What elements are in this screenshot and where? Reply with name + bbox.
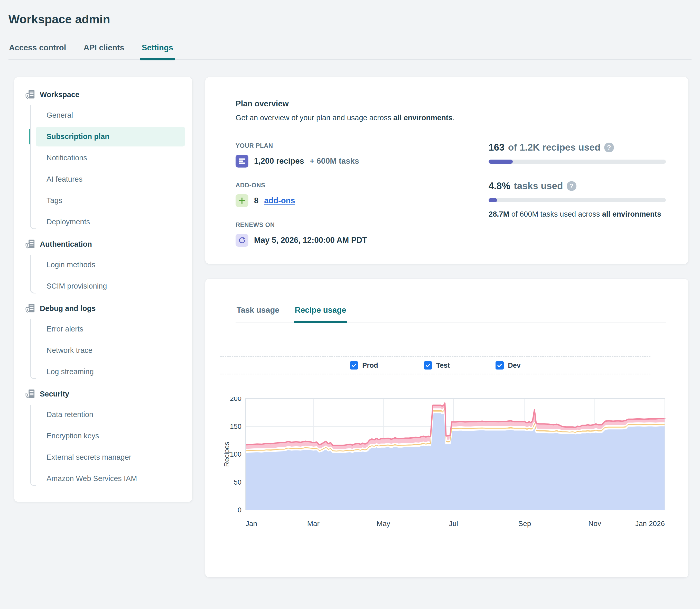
check-icon bbox=[425, 363, 431, 368]
settings-sidebar: Workspace General Subscription plan Noti… bbox=[14, 77, 192, 502]
tab-access-control[interactable]: Access control bbox=[8, 43, 67, 59]
sidebar-section-debug-logs: Debug and logs bbox=[25, 298, 187, 319]
svg-text:Mar: Mar bbox=[307, 520, 319, 527]
plan-divider bbox=[235, 130, 666, 130]
sidebar-section-workspace: Workspace bbox=[25, 84, 187, 105]
recipes-progress-track bbox=[489, 160, 666, 164]
svg-text:Recipes: Recipes bbox=[224, 442, 231, 467]
sidebar-item-subscription-plan[interactable]: Subscription plan bbox=[36, 127, 185, 146]
sidebar-item-encryption-keys[interactable]: Encryption keys bbox=[36, 426, 185, 446]
sidebar-item-ai-features[interactable]: AI features bbox=[36, 169, 185, 189]
recipes-progress-fill bbox=[489, 160, 513, 164]
recipes-used-value: 163 bbox=[489, 142, 505, 153]
caption-text: of 600M tasks used across bbox=[509, 210, 602, 218]
desc-period: . bbox=[453, 114, 455, 122]
recipe-usage-chart: 050100150200RecipesJanMarMayJulSepNovJan… bbox=[224, 397, 666, 539]
tab-settings[interactable]: Settings bbox=[141, 43, 174, 59]
sidebar-section-label: Workspace bbox=[40, 90, 80, 99]
sidebar-item-network-trace[interactable]: Network trace bbox=[36, 341, 185, 360]
svg-text:Nov: Nov bbox=[588, 520, 601, 527]
renews-on-value: May 5, 2026, 12:00:00 AM PDT bbox=[254, 236, 367, 245]
sidebar-item-data-retention[interactable]: Data retention bbox=[36, 405, 185, 424]
org-building-shield-icon bbox=[25, 89, 36, 100]
page-title: Workspace admin bbox=[8, 12, 700, 26]
add-ons-label: ADD-ONS bbox=[235, 182, 489, 189]
plan-overview-description: Get an overview of your plan and usage a… bbox=[235, 114, 666, 122]
tasks-caption: 28.7M of 600M tasks used across all envi… bbox=[489, 210, 666, 219]
help-icon[interactable]: ? bbox=[604, 143, 614, 152]
tab-task-usage[interactable]: Task usage bbox=[235, 306, 281, 322]
prod-checkbox[interactable] bbox=[350, 361, 358, 369]
svg-text:Jul: Jul bbox=[449, 520, 458, 527]
test-checkbox[interactable] bbox=[424, 361, 432, 369]
add-ons-link[interactable]: add-ons bbox=[264, 196, 295, 205]
svg-text:0: 0 bbox=[238, 506, 242, 514]
svg-text:Jan: Jan bbox=[246, 520, 257, 527]
sidebar-items-security: Data retention Encryption keys External … bbox=[30, 405, 187, 488]
dev-checkbox[interactable] bbox=[495, 361, 504, 369]
help-icon[interactable]: ? bbox=[567, 181, 576, 191]
sidebar-section-security: Security bbox=[25, 383, 187, 405]
sidebar-items-authentication: Login methods SCIM provisioning bbox=[30, 255, 187, 296]
desc-bold: all environments bbox=[393, 114, 452, 122]
sidebar-section-label: Security bbox=[40, 390, 69, 398]
sidebar-items-debug-logs: Error alerts Network trace Log streaming bbox=[30, 319, 187, 382]
sidebar-item-aws-iam[interactable]: Amazon Web Services IAM bbox=[36, 469, 185, 488]
usage-card: Task usage Recipe usage Prod bbox=[205, 279, 688, 577]
top-tab-bar: Access control API clients Settings bbox=[8, 43, 692, 59]
recipes-doc-icon bbox=[235, 155, 248, 168]
sidebar-item-tags[interactable]: Tags bbox=[36, 191, 185, 210]
legend-dev[interactable]: Dev bbox=[495, 361, 521, 369]
plan-tasks-extra: + 600M tasks bbox=[310, 156, 359, 166]
svg-text:Jan 2026: Jan 2026 bbox=[635, 520, 665, 527]
legend-test[interactable]: Test bbox=[424, 361, 450, 369]
recipes-used-text: of 1.2K recipes used bbox=[508, 142, 600, 153]
svg-text:100: 100 bbox=[230, 450, 242, 458]
recipes-used-stat: 163 of 1.2K recipes used ? bbox=[489, 142, 666, 153]
org-building-shield-icon bbox=[25, 389, 36, 399]
tasks-progress-fill bbox=[489, 198, 497, 202]
svg-text:200: 200 bbox=[230, 397, 242, 402]
legend-label: Test bbox=[436, 362, 450, 369]
tab-api-clients[interactable]: API clients bbox=[83, 43, 125, 59]
sidebar-item-notifications[interactable]: Notifications bbox=[36, 148, 185, 168]
legend-prod[interactable]: Prod bbox=[350, 361, 378, 369]
tasks-progress-track bbox=[489, 198, 666, 202]
sidebar-section-label: Authentication bbox=[40, 240, 92, 248]
sidebar-item-error-alerts[interactable]: Error alerts bbox=[36, 319, 185, 339]
org-building-shield-icon bbox=[25, 239, 36, 249]
svg-text:150: 150 bbox=[230, 423, 242, 430]
caption-bold: 28.7M bbox=[489, 210, 509, 218]
plan-overview-title: Plan overview bbox=[235, 99, 666, 108]
sidebar-item-external-secrets-manager[interactable]: External secrets manager bbox=[36, 447, 185, 467]
tasks-used-text: tasks used bbox=[514, 181, 563, 191]
plan-recipes-value: 1,200 recipes bbox=[254, 156, 304, 166]
svg-text:Sep: Sep bbox=[519, 520, 531, 527]
plan-overview-card: Plan overview Get an overview of your pl… bbox=[205, 77, 688, 264]
sidebar-item-scim-provisioning[interactable]: SCIM provisioning bbox=[36, 276, 185, 296]
plus-icon bbox=[235, 194, 248, 207]
svg-text:May: May bbox=[377, 520, 390, 527]
sidebar-section-label: Debug and logs bbox=[40, 304, 96, 313]
caption-bold: all environments bbox=[602, 210, 661, 218]
renew-refresh-icon bbox=[235, 234, 248, 247]
renews-on-label: RENEWS ON bbox=[235, 221, 489, 228]
environment-legend: Prod Test bbox=[220, 356, 650, 375]
sidebar-item-login-methods[interactable]: Login methods bbox=[36, 255, 185, 275]
svg-text:50: 50 bbox=[234, 478, 242, 486]
tab-recipe-usage[interactable]: Recipe usage bbox=[294, 306, 347, 322]
sidebar-section-authentication: Authentication bbox=[25, 233, 187, 255]
legend-label: Prod bbox=[362, 362, 378, 369]
sidebar-item-general[interactable]: General bbox=[36, 105, 185, 125]
legend-label: Dev bbox=[508, 362, 521, 369]
workspace-admin-page: Workspace admin Access control API clien… bbox=[0, 0, 700, 593]
usage-tab-bar: Task usage Recipe usage bbox=[235, 306, 666, 323]
sidebar-items-workspace: General Subscription plan Notifications … bbox=[30, 105, 187, 232]
tasks-used-value: 4.8% bbox=[489, 181, 510, 191]
sidebar-item-deployments[interactable]: Deployments bbox=[36, 212, 185, 232]
check-icon bbox=[351, 363, 357, 368]
desc-text: Get an overview of your plan and usage a… bbox=[235, 114, 393, 122]
sidebar-item-log-streaming[interactable]: Log streaming bbox=[36, 362, 185, 382]
check-icon bbox=[497, 363, 503, 368]
tasks-used-stat: 4.8% tasks used ? bbox=[489, 181, 666, 191]
